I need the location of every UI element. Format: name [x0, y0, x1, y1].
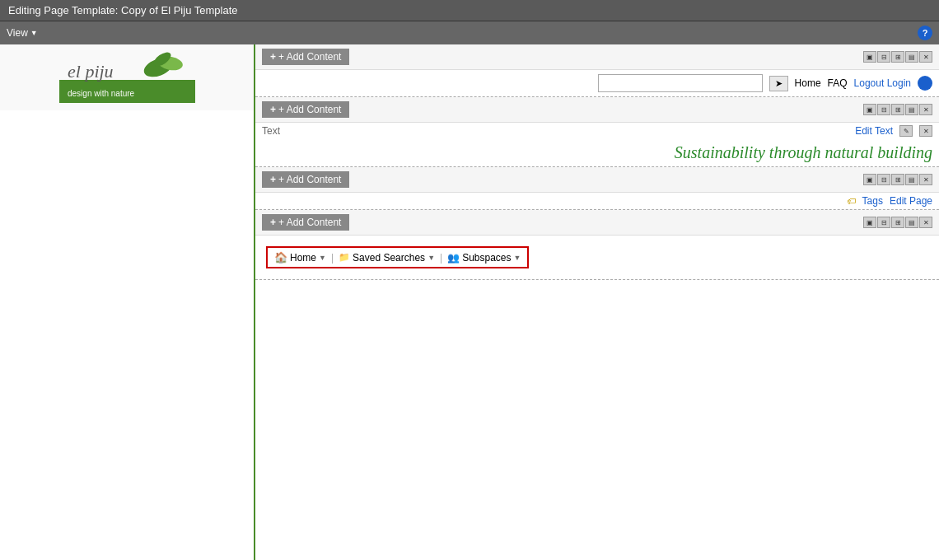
- section-1-header: + Add Content ▣ ⊟ ⊞ ▤ ✕: [255, 44, 939, 70]
- section-3-header: + Add Content ▣ ⊟ ⊞ ▤ ✕: [255, 167, 939, 193]
- add-content-btn-4[interactable]: + Add Content: [262, 214, 349, 231]
- tb-icon-4b[interactable]: ⊟: [877, 217, 890, 228]
- logo-section: el piju design with nature: [0, 44, 254, 110]
- nav-divider-2: |: [440, 252, 442, 264]
- section-2: + Add Content ▣ ⊟ ⊞ ▤ ✕ Text Edit Text ✎…: [255, 97, 939, 167]
- saved-searches-arrow: ▼: [427, 254, 435, 262]
- search-input[interactable]: [598, 74, 763, 92]
- text-label: Text: [262, 125, 280, 137]
- saved-searches-icon: 📁: [339, 252, 350, 263]
- tb-icon-4e[interactable]: ✕: [919, 217, 932, 228]
- tb-icon-1a[interactable]: ▣: [863, 51, 876, 63]
- title-bar: Editing Page Template: Copy of El Piju T…: [0, 0, 939, 21]
- home-arrow: ▼: [319, 254, 326, 262]
- italic-text: Sustainability through natural building: [255, 139, 939, 166]
- search-bar-row: ➤ Home FAQ Logout Login: [255, 70, 939, 96]
- tb-icon-1c[interactable]: ⊞: [891, 51, 904, 63]
- template-name: Copy of El Piju Template: [121, 4, 237, 16]
- subspaces-icon: 👥: [447, 252, 460, 264]
- section-3: + Add Content ▣ ⊟ ⊞ ▤ ✕ 🏷 Tags Edit Page: [255, 167, 939, 210]
- home-nav-icon: 🏠: [274, 251, 287, 264]
- add-content-btn-1[interactable]: + Add Content: [262, 49, 349, 65]
- section-4: + Add Content ▣ ⊟ ⊞ ▤ ✕ 🏠 Home ▼ |: [255, 210, 939, 280]
- nav-links: Home FAQ Logout Login: [795, 76, 932, 91]
- tags-label[interactable]: Tags: [862, 195, 883, 207]
- tb-icon-2c[interactable]: ⊞: [891, 104, 904, 115]
- nav-bar-container: 🏠 Home ▼ | 📁 Saved Searches ▼ | 👥 Subspa…: [255, 236, 939, 279]
- toolbar-group-4: ▣ ⊟ ⊞ ▤ ✕: [863, 217, 932, 228]
- tb-icon-2b[interactable]: ⊟: [877, 104, 890, 115]
- subspaces-arrow: ▼: [514, 254, 521, 262]
- edit-page-label[interactable]: Edit Page: [890, 195, 932, 207]
- title-label: Editing Page Template:: [8, 4, 118, 16]
- left-sidebar: el piju design with nature: [0, 44, 255, 560]
- nav-item-saved-searches[interactable]: 📁 Saved Searches ▼: [339, 252, 435, 264]
- tb-icon-2a[interactable]: ▣: [863, 104, 876, 115]
- tags-row: 🏷 Tags Edit Page: [255, 193, 939, 209]
- logo-image: el piju design with nature: [59, 51, 195, 105]
- tb-icon-3e[interactable]: ✕: [919, 174, 932, 185]
- toolbar-group-2: ▣ ⊟ ⊞ ▤ ✕: [863, 104, 932, 115]
- tb-icon-3b[interactable]: ⊟: [877, 174, 890, 185]
- nav-bar: 🏠 Home ▼ | 📁 Saved Searches ▼ | 👥 Subspa…: [266, 246, 529, 268]
- edit-text-label[interactable]: Edit Text: [855, 125, 893, 137]
- tb-icon-2d[interactable]: ▤: [905, 104, 918, 115]
- tb-icon-1b[interactable]: ⊟: [877, 51, 890, 63]
- nav-divider-1: |: [331, 252, 334, 264]
- tb-icon-3d[interactable]: ▤: [905, 174, 918, 185]
- nav-item-subspaces[interactable]: 👥 Subspaces ▼: [447, 252, 521, 264]
- section-2-header: + Add Content ▣ ⊟ ⊞ ▤ ✕: [255, 97, 939, 123]
- logout-nav-link[interactable]: Logout Login: [854, 77, 911, 89]
- home-nav-link[interactable]: Home: [795, 77, 821, 89]
- svg-text:design with nature: design with nature: [68, 89, 135, 98]
- tb-icon-4c[interactable]: ⊞: [891, 217, 904, 228]
- user-icon: [918, 76, 932, 91]
- add-content-btn-3[interactable]: + Add Content: [262, 171, 349, 188]
- faq-nav-link[interactable]: FAQ: [828, 77, 848, 89]
- view-button[interactable]: View: [7, 27, 38, 39]
- nav-item-home[interactable]: 🏠 Home ▼: [274, 251, 326, 264]
- section-4-header: + Add Content ▣ ⊟ ⊞ ▤ ✕: [255, 210, 939, 236]
- tb-icon-1d[interactable]: ▤: [905, 51, 918, 63]
- tb-icon-3c[interactable]: ⊞: [891, 174, 904, 185]
- tb-icon-2e[interactable]: ✕: [919, 104, 932, 115]
- main-container: el piju design with nature + Add Content…: [0, 44, 939, 560]
- toolbar-group-3: ▣ ⊟ ⊞ ▤ ✕: [863, 174, 932, 185]
- tb-icon-4d[interactable]: ▤: [905, 217, 918, 228]
- content-area: + Add Content ▣ ⊟ ⊞ ▤ ✕ ➤ Home FAQ Logou…: [255, 44, 939, 560]
- tag-icon: 🏷: [847, 196, 856, 206]
- search-go-button[interactable]: ➤: [769, 76, 788, 91]
- text-section-header: Text Edit Text ✎ ✕: [255, 123, 939, 139]
- svg-text:el piju: el piju: [68, 61, 114, 82]
- tb-icon-3a[interactable]: ▣: [863, 174, 876, 185]
- tb-icon-4a[interactable]: ▣: [863, 217, 876, 228]
- nav-home-label: Home: [290, 252, 316, 264]
- nav-saved-searches-label: Saved Searches: [353, 252, 425, 264]
- edit-icon[interactable]: ✎: [899, 125, 913, 137]
- add-content-btn-2[interactable]: + Add Content: [262, 101, 349, 118]
- help-icon[interactable]: ?: [918, 26, 932, 40]
- view-bar: View ?: [0, 21, 939, 44]
- nav-subspaces-label: Subspaces: [462, 252, 511, 264]
- tb-icon-1e[interactable]: ✕: [919, 51, 932, 63]
- section-1: + Add Content ▣ ⊟ ⊞ ▤ ✕ ➤ Home FAQ Logou…: [255, 44, 939, 97]
- toolbar-group-1: ▣ ⊟ ⊞ ▤ ✕: [863, 51, 932, 63]
- close-icon[interactable]: ✕: [919, 125, 932, 137]
